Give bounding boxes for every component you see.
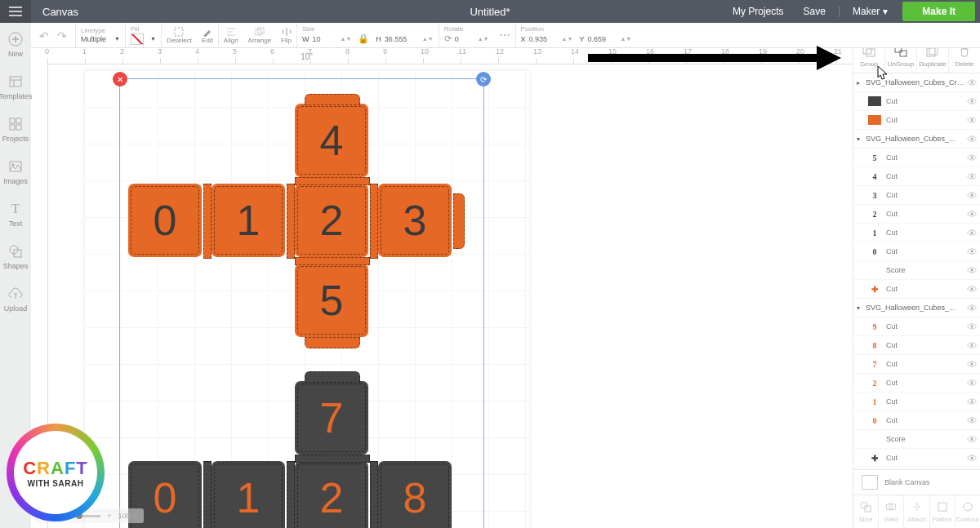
plus-icon (7, 31, 24, 47)
visibility-icon[interactable] (967, 209, 977, 219)
stepper-icon[interactable]: ▲▼ (562, 36, 573, 42)
layer-item[interactable]: ✚Cut (853, 280, 980, 299)
layer-group[interactable]: ▾SVG_Halloween_Cubes_... (853, 130, 980, 149)
layer-item[interactable]: 0Cut (853, 242, 980, 261)
layer-item[interactable]: Cut (853, 111, 980, 130)
visibility-icon[interactable] (967, 453, 977, 463)
layer-item[interactable]: 2Cut (853, 205, 980, 224)
visibility-icon[interactable] (967, 378, 977, 388)
rotate-handle[interactable]: ⟳ (476, 72, 491, 87)
tool-weld[interactable]: Weld (879, 495, 904, 528)
flip-button[interactable]: Flip (276, 23, 296, 47)
expand-icon[interactable]: ▾ (857, 304, 863, 312)
lock-icon[interactable]: 🔒 (358, 33, 369, 44)
layer-item[interactable]: 8Cut (853, 336, 980, 355)
pos-x-input[interactable] (529, 33, 559, 45)
visibility-icon[interactable] (967, 78, 977, 87)
expand-icon[interactable]: ▸ (857, 79, 863, 87)
visibility-icon[interactable] (967, 397, 977, 406)
linetype-dropdown[interactable]: Linetype Multiple▼ (76, 23, 126, 47)
layer-list[interactable]: ▸SVG_Halloween_Cubes_Craf...CutCut▾SVG_H… (853, 73, 980, 469)
layer-item[interactable]: 4Cut (853, 167, 980, 186)
visibility-icon[interactable] (967, 190, 977, 200)
machine-dropdown[interactable]: Maker▾ (843, 6, 898, 17)
layer-item[interactable]: Score (853, 430, 980, 449)
visibility-icon[interactable] (967, 228, 977, 237)
visibility-icon[interactable] (967, 340, 977, 350)
document-title[interactable]: Untitled* (470, 6, 510, 18)
layer-thumbnail: 2 (868, 209, 881, 219)
deselect-button[interactable]: Deselect (162, 23, 197, 47)
rotate-input[interactable] (455, 33, 474, 45)
make-it-button[interactable]: Make It (902, 2, 975, 21)
menu-icon[interactable] (0, 0, 31, 23)
sidebar-templates[interactable]: Templates (0, 65, 31, 108)
fill-dropdown[interactable]: Fill ▼ (126, 23, 162, 47)
sidebar-upload[interactable]: Upload (0, 277, 31, 320)
save-link[interactable]: Save (794, 6, 835, 17)
visibility-icon[interactable] (967, 415, 977, 425)
stepper-icon[interactable]: ▲▼ (422, 36, 434, 42)
align-button[interactable]: Align (219, 23, 243, 47)
layer-item[interactable]: 9Cut (853, 317, 980, 336)
layer-item[interactable]: 1Cut (853, 393, 980, 411)
stepper-icon[interactable]: ▲▼ (340, 36, 351, 42)
layer-item[interactable]: ✚Cut (853, 449, 980, 468)
stepper-icon[interactable]: ▲▼ (478, 36, 489, 42)
tool-slice[interactable]: Slice (853, 495, 879, 528)
tool-contour[interactable]: Contour (956, 495, 980, 528)
visibility-icon[interactable] (967, 434, 977, 444)
sidebar-images[interactable]: Images (0, 150, 31, 193)
visibility-icon[interactable] (967, 115, 977, 125)
svg-point-21 (971, 119, 973, 122)
text-icon: T (7, 201, 24, 217)
height-input[interactable] (385, 33, 419, 45)
layer-thumbnail: ✚ (868, 453, 881, 463)
redo-icon[interactable]: ↷ (57, 29, 67, 42)
sidebar-shapes[interactable]: Shapes (0, 235, 31, 277)
visibility-icon[interactable] (967, 134, 977, 144)
visibility-icon[interactable] (967, 153, 977, 162)
edit-button[interactable]: Edit (197, 23, 218, 47)
layer-item[interactable]: Score (853, 261, 980, 280)
visibility-icon[interactable] (967, 96, 977, 106)
layer-item[interactable]: 0Cut (853, 411, 980, 430)
layer-item[interactable]: Cut (853, 92, 980, 111)
selection-box[interactable]: ✕ ⟳ 4 0 1 2 3 5 7 0 1 2 8 (119, 78, 484, 528)
tool-attach[interactable]: Attach (904, 495, 929, 528)
pos-y-input[interactable] (587, 33, 617, 45)
undo-icon[interactable]: ↶ (39, 29, 49, 42)
visibility-icon[interactable] (967, 265, 977, 275)
delete-handle[interactable]: ✕ (113, 72, 127, 87)
layer-item[interactable]: 5Cut (853, 149, 980, 167)
more-button[interactable]: ⋯ (494, 23, 515, 47)
svg-rect-14 (866, 49, 875, 56)
visibility-icon[interactable] (967, 303, 977, 313)
zoom-in-button[interactable]: + (107, 512, 111, 520)
layer-group[interactable]: ▾SVG_Halloween_Cubes_... (853, 299, 980, 317)
layers-bottom-tools: SliceWeldAttachFlattenContour (853, 495, 980, 528)
layer-item[interactable]: 2Cut (853, 374, 980, 393)
my-projects-link[interactable]: My Projects (723, 6, 794, 17)
sidebar-projects[interactable]: Projects (0, 108, 31, 150)
visibility-icon[interactable] (967, 246, 977, 256)
sidebar-text[interactable]: TText (0, 193, 31, 235)
layer-item[interactable]: 1Cut (853, 224, 980, 242)
layer-group[interactable]: ▸SVG_Halloween_Cubes_Craf... (853, 73, 980, 92)
layer-item[interactable]: 7Cut (853, 355, 980, 374)
canvas-area[interactable]: 0123456789101112131415161718192021 10" ✕… (31, 47, 853, 528)
svg-point-22 (971, 138, 973, 140)
svg-rect-16 (900, 51, 906, 56)
sidebar-new[interactable]: New (0, 23, 31, 65)
visibility-icon[interactable] (967, 284, 977, 294)
svg-point-47 (964, 503, 972, 511)
layer-item[interactable]: 3Cut (853, 186, 980, 205)
width-input[interactable] (312, 33, 336, 45)
visibility-icon[interactable] (967, 171, 977, 181)
expand-icon[interactable]: ▾ (857, 135, 863, 143)
stepper-icon[interactable]: ▲▼ (620, 36, 631, 42)
arrange-button[interactable]: Arrange (243, 23, 276, 47)
tool-flatten[interactable]: Flatten (930, 495, 956, 528)
visibility-icon[interactable] (967, 359, 977, 369)
visibility-icon[interactable] (967, 322, 977, 331)
